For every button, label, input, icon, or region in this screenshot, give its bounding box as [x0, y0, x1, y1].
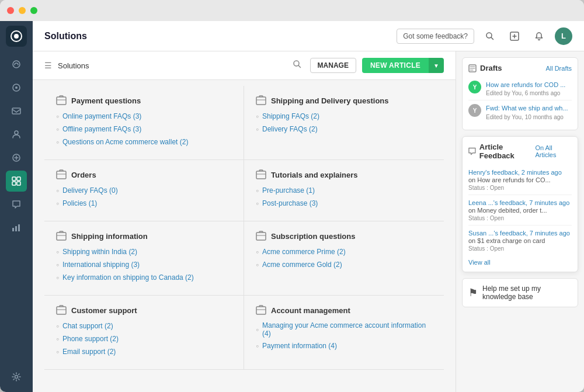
- category-link[interactable]: Acme commerce Gold (2): [256, 260, 432, 269]
- help-card[interactable]: ⚑ Help me set up my knowledge base: [462, 278, 578, 307]
- feedback-link[interactable]: Susan ...'s feedback, 7 minutes ago: [468, 229, 572, 237]
- draft-link[interactable]: Fwd: What we ship and wh...: [486, 104, 572, 112]
- category-title-shipping-delivery: Shipping and Delivery questions: [256, 95, 432, 106]
- solutions-search-btn[interactable]: [290, 57, 304, 74]
- sidebar-item-solutions[interactable]: [6, 171, 27, 192]
- category-section-customer-support: Customer supportChat support (2)Phone su…: [44, 296, 244, 370]
- manage-button[interactable]: MANAGE: [310, 58, 356, 73]
- sidebar-item-reports[interactable]: [6, 217, 27, 238]
- sidebar-item-home[interactable]: [6, 54, 27, 75]
- content-area: ☰ Solutions MANAGE NEW ARTICLE ▼ Paym: [33, 51, 584, 392]
- drafts-card-header: Drafts All Drafts: [468, 64, 572, 72]
- help-card-text: Help me set up my knowledge base: [482, 285, 572, 301]
- svg-rect-14: [18, 224, 20, 231]
- category-section-tutorials: Tutorials and explainersPre-purchase (1)…: [244, 160, 444, 221]
- sidebar-item-settings[interactable]: [6, 366, 27, 387]
- svg-rect-9: [17, 177, 20, 181]
- category-link[interactable]: Key information on shipping to Canada (2…: [56, 273, 232, 282]
- draft-avatar: Y: [468, 81, 481, 93]
- page-title: Solutions: [44, 31, 390, 41]
- category-title-subscription: Subscription questions: [256, 231, 432, 241]
- svg-rect-26: [256, 307, 266, 314]
- sidebar-logo[interactable]: [6, 26, 27, 47]
- category-link[interactable]: Pre-purchase (1): [256, 186, 432, 195]
- app-body: Solutions Got some feedback? L: [0, 21, 584, 392]
- category-title-text: Shipping and Delivery questions: [271, 96, 389, 105]
- category-icon: [56, 305, 67, 315]
- category-link[interactable]: Acme commerce Prime (2): [256, 247, 432, 256]
- category-link[interactable]: Shipping within India (2): [56, 247, 232, 256]
- category-link[interactable]: Delivery FAQs (2): [256, 124, 432, 134]
- all-drafts-link[interactable]: All Drafts: [545, 65, 572, 72]
- hamburger-icon: ☰: [44, 61, 52, 70]
- category-icon: [256, 95, 266, 106]
- draft-link[interactable]: How are refunds for COD ...: [486, 81, 572, 89]
- right-panel: Drafts All Drafts Y How are refunds for …: [456, 51, 584, 392]
- feedback-item: Leena ...'s feedback, 7 minutes ago on M…: [468, 195, 572, 226]
- category-icon: [256, 169, 266, 180]
- titlebar: [0, 0, 584, 21]
- feedback-status: Status : Open: [468, 245, 572, 252]
- drafts-card: Drafts All Drafts Y How are refunds for …: [462, 57, 578, 130]
- category-link[interactable]: Offline payment FAQs (3): [56, 124, 232, 134]
- category-title-text: Tutorials and explainers: [271, 171, 358, 179]
- category-icon: [56, 231, 67, 241]
- on-all-articles-link[interactable]: On All Articles: [535, 144, 572, 158]
- feedback-list: Henry's feedback, 2 minutes ago on How a…: [468, 165, 572, 256]
- svg-rect-22: [256, 171, 266, 179]
- user-avatar[interactable]: L: [555, 27, 572, 45]
- category-title-text: Account management: [271, 306, 350, 315]
- category-title-shipping-info: Shipping information: [56, 231, 232, 241]
- category-link[interactable]: International shipping (3): [56, 260, 232, 269]
- main-content: Solutions Got some feedback? L: [33, 21, 584, 392]
- category-link[interactable]: Chat support (2): [56, 321, 232, 331]
- category-link[interactable]: Managing your Acme commerce account info…: [256, 321, 432, 338]
- search-icon-btn[interactable]: [481, 27, 499, 45]
- svg-rect-11: [17, 182, 20, 185]
- category-link[interactable]: Shipping FAQs (2): [256, 112, 432, 121]
- category-link[interactable]: Online payment FAQs (3): [56, 112, 232, 121]
- sidebar-item-overview[interactable]: [6, 77, 27, 98]
- category-icon: [256, 305, 266, 315]
- draft-text: Fwd: What we ship and wh... Edited by Yo…: [486, 104, 572, 120]
- category-section-shipping-info: Shipping informationShipping within Indi…: [44, 221, 244, 296]
- svg-rect-21: [57, 171, 66, 179]
- category-section-orders: OrdersDelivery FAQs (0)Policies (1): [44, 160, 244, 221]
- sidebar: [0, 21, 33, 392]
- category-link[interactable]: Delivery FAQs (0): [56, 186, 232, 195]
- feedback-link[interactable]: Henry's feedback, 2 minutes ago: [468, 168, 572, 176]
- notification-icon-btn[interactable]: [530, 27, 548, 45]
- svg-point-4: [15, 86, 18, 89]
- add-icon-btn[interactable]: [506, 27, 523, 45]
- view-all-link[interactable]: View all: [468, 259, 572, 266]
- category-link[interactable]: Email support (2): [56, 347, 232, 356]
- category-link[interactable]: Post-purchase (3): [256, 199, 432, 208]
- new-article-dropdown-btn[interactable]: ▼: [429, 58, 444, 73]
- maximize-button[interactable]: [30, 7, 37, 14]
- svg-rect-19: [57, 97, 66, 105]
- feedback-status: Status : Open: [468, 185, 572, 191]
- category-icon: [256, 231, 266, 241]
- sidebar-item-chat[interactable]: [6, 194, 27, 215]
- sidebar-item-contacts[interactable]: [6, 124, 27, 145]
- feedback-item: Susan ...'s feedback, 7 minutes ago on $…: [468, 226, 572, 255]
- new-article-button[interactable]: NEW ARTICLE: [362, 58, 429, 73]
- category-title-tutorials: Tutorials and explainers: [256, 169, 432, 180]
- minimize-button[interactable]: [19, 7, 26, 14]
- svg-rect-20: [256, 97, 266, 105]
- feedback-item: Henry's feedback, 2 minutes ago on How a…: [468, 165, 572, 195]
- category-link[interactable]: Payment information (4): [256, 341, 432, 351]
- app-window: Solutions Got some feedback? L: [0, 0, 584, 392]
- close-button[interactable]: [7, 7, 14, 14]
- feedback-button[interactable]: Got some feedback?: [397, 29, 474, 44]
- category-section-payment-questions: Payment questionsOnline payment FAQs (3)…: [44, 86, 244, 160]
- category-title-text: Shipping information: [71, 232, 148, 241]
- sidebar-item-deals[interactable]: [6, 147, 27, 168]
- category-link[interactable]: Policies (1): [56, 199, 232, 208]
- category-title-text: Customer support: [71, 306, 137, 315]
- category-link[interactable]: Phone support (2): [56, 334, 232, 344]
- category-link[interactable]: Questions on Acme commerce wallet (2): [56, 137, 232, 147]
- feedback-link[interactable]: Leena ...'s feedback, 7 minutes ago: [468, 199, 572, 207]
- category-title-payment-questions: Payment questions: [56, 95, 232, 106]
- sidebar-item-inbox[interactable]: [6, 100, 27, 122]
